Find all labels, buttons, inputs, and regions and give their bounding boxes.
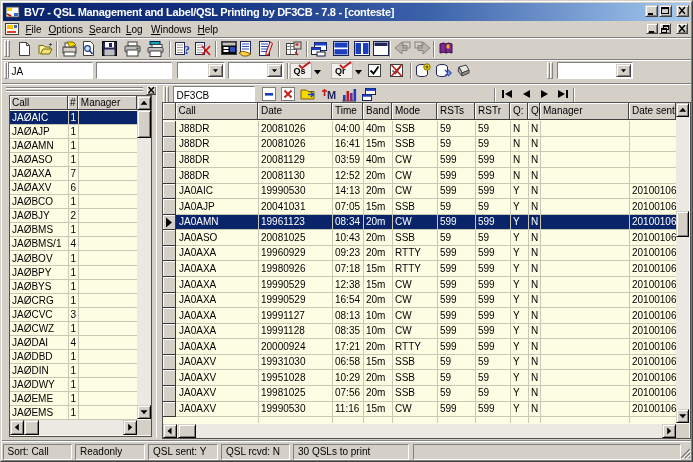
svg-text:M: M <box>327 89 336 101</box>
svg-text:?: ? <box>184 43 190 57</box>
